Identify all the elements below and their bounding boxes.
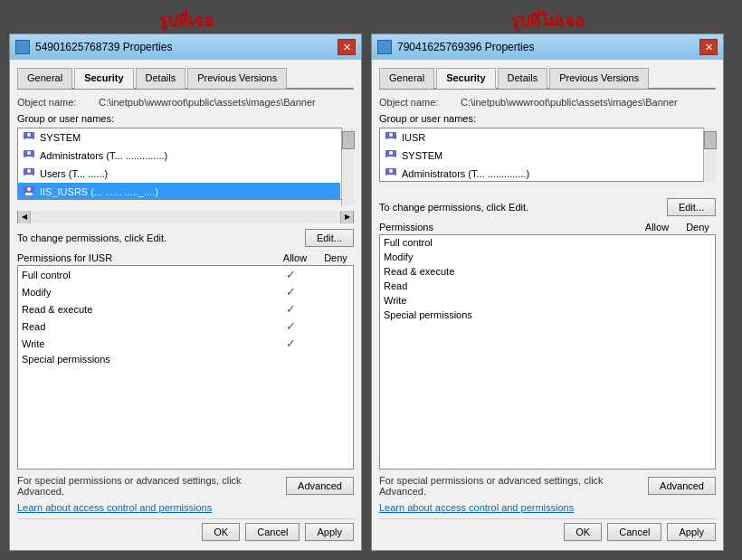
left-advanced-text: For special permissions or advanced sett… [17,475,286,497]
left-perm-modify-allow: ✓ [268,285,313,299]
left-h-scroll-left[interactable]: ◀ [18,211,31,223]
right-label: รูปที่ไม่เจอ [371,7,724,33]
perm-row-write: Write ✓ [18,335,353,352]
left-h-scroll-right[interactable]: ▶ [340,211,353,223]
svg-rect-8 [25,175,33,177]
right-users-scrollbar[interactable] [703,128,716,182]
right-perm-row-modify: Modify [380,250,715,264]
right-advanced-button[interactable]: Advanced [648,477,716,495]
perm-row-modify: Modify ✓ [18,283,353,300]
right-tab-previous-versions[interactable]: Previous Versions [549,68,649,89]
svg-rect-11 [25,193,33,195]
right-close-button[interactable]: ✕ [699,39,718,55]
svg-point-10 [27,187,31,191]
left-tab-bar: General Security Details Previous Versio… [17,67,354,90]
left-users-scrollbar-thumb [342,131,355,149]
left-perm-readexec-allow: ✓ [268,302,313,316]
svg-point-4 [27,151,31,155]
left-permissions-table: Full control ✓ Modify ✓ Read & execute ✓ [17,265,354,470]
left-user-iis-iusrs[interactable]: IIS_IUSRS (... ...... ....._....) [18,183,340,200]
right-tab-security[interactable]: Security [436,68,495,89]
right-apply-button[interactable]: Apply [667,523,716,541]
left-user-system[interactable]: SYSTEM [18,128,340,147]
right-user-administrators[interactable]: Administrators (T... ..............) [380,165,702,182]
right-dialog-footer: OK Cancel Apply [379,518,716,543]
left-window-icon [15,40,30,54]
left-group-label: Group or user names: [17,113,354,124]
right-permissions-title: Permissions [379,222,634,233]
left-apply-button[interactable]: Apply [305,523,354,541]
left-ok-button[interactable]: OK [202,523,240,541]
right-edit-row: To change permissions, click Edit. Edit.… [379,198,716,216]
right-users-scrollbar-thumb [704,131,717,149]
left-object-label: Object name: [17,97,99,108]
left-dialog: 54901625768739 Properties ✕ General Secu… [9,33,362,551]
right-tab-general[interactable]: General [379,68,434,89]
left-change-perm-text: To change permissions, click Edit. [17,233,305,243]
left-perm-read-allow: ✓ [268,319,313,333]
left-edit-row: To change permissions, click Edit. Edit.… [17,229,354,247]
left-learn-link[interactable]: Learn about access control and permissio… [17,502,354,513]
perm-row-full-control: Full control ✓ [18,266,353,283]
svg-rect-2 [25,138,33,141]
right-dialog: 79041625769396 Properties ✕ General Secu… [371,33,724,551]
right-ok-button[interactable]: OK [564,523,602,541]
left-tab-general[interactable]: General [17,68,72,89]
right-permissions-table: Full control Modify Read & execute [379,234,716,470]
svg-rect-20 [387,157,395,159]
right-group-label: Group or user names: [379,113,716,124]
left-perm-full-allow: ✓ [268,268,313,281]
right-title-text: 79041625769396 Properties [397,41,694,53]
left-tab-previous-versions[interactable]: Previous Versions [187,68,287,89]
right-window-icon [377,40,392,54]
right-users-list[interactable]: IUSR SYSTEM Administrators (T... .......… [379,128,716,182]
left-advanced-button[interactable]: Advanced [286,477,354,495]
left-permissions-title: Permissions for IUSR [17,252,272,263]
svg-rect-23 [387,175,395,177]
svg-point-7 [27,169,31,173]
right-perm-row-read: Read [380,279,715,293]
right-deny-header: Deny [680,222,716,233]
svg-point-19 [389,151,393,155]
left-deny-header: Deny [318,252,354,263]
right-cancel-button[interactable]: Cancel [607,523,661,541]
left-users-scrollbar[interactable] [341,128,354,205]
left-h-scroll-track [31,211,340,223]
left-close-button[interactable]: ✕ [338,39,356,55]
left-allow-header: Allow [272,252,318,263]
right-user-iusr[interactable]: IUSR [380,128,702,147]
right-learn-link[interactable]: Learn about access control and permissio… [379,502,716,513]
right-change-perm-text: To change permissions, click Edit. [379,202,667,213]
right-allow-header: Allow [634,222,680,233]
left-edit-button[interactable]: Edit... [305,229,354,247]
left-advanced-row: For special permissions or advanced sett… [17,475,354,497]
right-edit-button[interactable]: Edit... [667,198,716,216]
right-object-label: Object name: [379,97,461,108]
left-object-value: C:\inetpub\wwwroot\public\assets\images\… [99,97,354,108]
left-user-users[interactable]: Users (T... ......) [18,165,340,183]
left-label: รูปที่เจอ [9,7,362,33]
right-advanced-text: For special permissions or advanced sett… [379,475,648,497]
right-advanced-row: For special permissions or advanced sett… [379,475,716,497]
right-object-value: C:\inetpub\wwwroot\public\assets\images\… [461,97,716,108]
right-object-name-row: Object name: C:\inetpub\wwwroot\public\a… [379,97,716,108]
left-object-name-row: Object name: C:\inetpub\wwwroot\public\a… [17,97,354,108]
left-tab-security[interactable]: Security [74,68,133,89]
left-tab-details[interactable]: Details [136,68,186,89]
right-user-system[interactable]: SYSTEM [380,147,702,165]
left-cancel-button[interactable]: Cancel [245,523,300,541]
left-h-scroll[interactable]: ◀ ▶ [17,211,354,223]
right-permissions-header: Permissions Allow Deny [379,222,716,233]
perm-row-special: Special permissions [18,352,353,366]
perm-row-read: Read ✓ [18,318,353,335]
svg-rect-5 [25,157,33,159]
left-permissions-header: Permissions for IUSR Allow Deny [17,252,354,263]
left-user-administrators[interactable]: Administrators (T... ..............) [18,147,340,165]
svg-point-22 [389,169,393,173]
svg-point-1 [27,133,31,137]
left-title-text: 54901625768739 Properties [35,41,332,53]
right-perm-row-special: Special permissions [380,308,715,322]
left-users-list[interactable]: SYSTEM Administrators (T... ............… [17,128,354,200]
right-perm-row-write: Write [380,293,715,308]
right-tab-details[interactable]: Details [498,68,548,89]
